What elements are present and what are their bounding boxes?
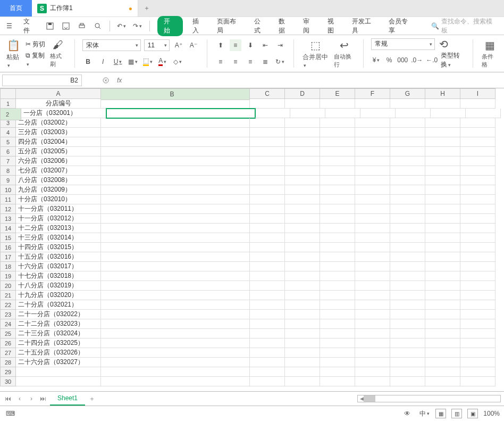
horizontal-scrollbar[interactable]: ◀: [357, 395, 501, 402]
cell[interactable]: [320, 243, 355, 252]
cell[interactable]: [285, 281, 320, 291]
cell[interactable]: 八分店（032008）: [16, 176, 101, 185]
cell[interactable]: [355, 195, 390, 204]
cell[interactable]: 十三分店（032014）: [16, 233, 101, 243]
cell[interactable]: [425, 300, 460, 310]
sheet-nav-last[interactable]: ⏭: [38, 395, 48, 402]
indent-decrease-icon[interactable]: ⇤: [259, 39, 271, 51]
cell[interactable]: [425, 99, 460, 109]
cell[interactable]: [355, 377, 390, 386]
cell[interactable]: [355, 310, 390, 319]
cell[interactable]: [101, 377, 250, 386]
cell[interactable]: 九分店（032009）: [16, 185, 101, 195]
cell[interactable]: [460, 176, 495, 185]
cell[interactable]: [425, 118, 460, 128]
cell[interactable]: [425, 377, 460, 386]
cell[interactable]: [390, 300, 425, 310]
cell[interactable]: [101, 300, 250, 310]
cell[interactable]: [320, 310, 355, 319]
cell[interactable]: [431, 109, 466, 118]
align-justify-icon[interactable]: ≣: [259, 56, 271, 68]
cell[interactable]: [250, 339, 285, 348]
fx-icon[interactable]: fx: [117, 77, 122, 84]
cell[interactable]: [250, 348, 285, 358]
cell[interactable]: [320, 281, 355, 291]
cell[interactable]: [101, 271, 250, 281]
cell[interactable]: [355, 156, 390, 166]
cell[interactable]: [390, 262, 425, 271]
cell[interactable]: [250, 310, 285, 319]
conditional-format-button[interactable]: ▦条件格: [481, 39, 499, 69]
cell[interactable]: [390, 166, 425, 176]
cell[interactable]: [320, 348, 355, 358]
cell[interactable]: [390, 243, 425, 252]
row-header[interactable]: 12: [0, 204, 16, 214]
page-layout-view-icon[interactable]: ▥: [451, 409, 462, 418]
cell[interactable]: [355, 262, 390, 271]
cell[interactable]: [460, 271, 495, 281]
cell[interactable]: [320, 118, 355, 128]
cell[interactable]: [320, 128, 355, 137]
bold-button[interactable]: B: [82, 56, 94, 68]
cell[interactable]: [320, 233, 355, 243]
redo-icon[interactable]: ↷▾: [133, 22, 142, 30]
cell[interactable]: [250, 176, 285, 185]
cell[interactable]: [390, 377, 425, 386]
cell[interactable]: [460, 224, 495, 233]
cell[interactable]: [460, 195, 495, 204]
add-sheet-button[interactable]: ＋: [87, 394, 97, 403]
cell[interactable]: [101, 99, 250, 109]
tab-data[interactable]: 数据: [276, 16, 293, 36]
row-header[interactable]: 22: [0, 300, 16, 310]
cell[interactable]: [250, 147, 285, 156]
tab-layout[interactable]: 页面布局: [215, 16, 245, 36]
cell[interactable]: [320, 156, 355, 166]
cell[interactable]: 十五分店（032016）: [16, 252, 101, 262]
cell[interactable]: [285, 214, 320, 224]
align-center-icon[interactable]: ≡: [230, 56, 241, 68]
cell[interactable]: [390, 358, 425, 367]
cell[interactable]: [355, 128, 390, 137]
sheet-nav-prev[interactable]: ‹: [15, 395, 24, 402]
clear-format-button[interactable]: ◇▾: [172, 56, 183, 68]
cell[interactable]: [250, 99, 285, 109]
cell[interactable]: [390, 195, 425, 204]
cell[interactable]: [355, 329, 390, 339]
cell[interactable]: [320, 195, 355, 204]
row-header[interactable]: 28: [0, 358, 16, 367]
cell[interactable]: [355, 214, 390, 224]
cell[interactable]: [460, 147, 495, 156]
format-painter-button[interactable]: 🖌格式刷: [49, 39, 66, 68]
cell[interactable]: [390, 233, 425, 243]
cell[interactable]: [396, 109, 431, 118]
row-header[interactable]: 21: [0, 291, 16, 300]
cell[interactable]: [425, 156, 460, 166]
cell[interactable]: [390, 176, 425, 185]
cell[interactable]: [101, 348, 250, 358]
row-header[interactable]: 4: [0, 128, 16, 137]
cell[interactable]: [460, 339, 495, 348]
cell[interactable]: [320, 147, 355, 156]
cell[interactable]: [285, 99, 320, 109]
cell[interactable]: [460, 300, 495, 310]
cell[interactable]: [460, 291, 495, 300]
cell[interactable]: [355, 137, 390, 147]
column-header[interactable]: F: [355, 88, 390, 99]
row-header[interactable]: 30: [0, 377, 16, 386]
cell[interactable]: [390, 147, 425, 156]
cell[interactable]: 十一分店（032012）: [16, 214, 101, 224]
new-tab-button[interactable]: ＋: [138, 0, 155, 16]
cell[interactable]: [101, 243, 250, 252]
print-preview-icon[interactable]: [94, 22, 102, 30]
column-header[interactable]: A: [16, 88, 101, 99]
align-bottom-icon[interactable]: ⬇: [245, 39, 256, 51]
cell[interactable]: 二十六分店（032027）: [16, 358, 101, 367]
cell[interactable]: [101, 204, 250, 214]
cell[interactable]: [250, 252, 285, 262]
cell[interactable]: [425, 252, 460, 262]
font-size-select[interactable]: 11▾: [144, 39, 170, 51]
cell[interactable]: [390, 156, 425, 166]
cell[interactable]: [355, 176, 390, 185]
cell[interactable]: 五分店（032005）: [16, 147, 101, 156]
cell[interactable]: 十七分店（032018）: [16, 271, 101, 281]
